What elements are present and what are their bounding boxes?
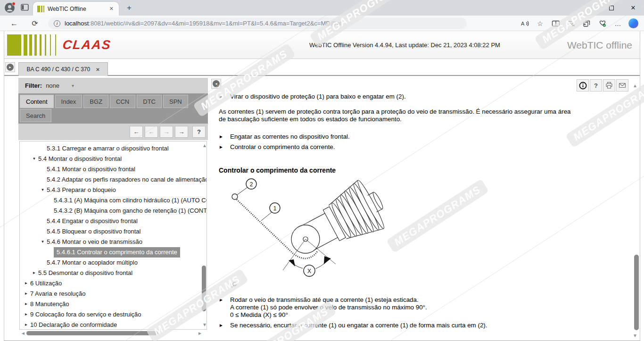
mail-button[interactable] (616, 79, 628, 91)
content-scroll-down-icon[interactable]: ▼ (633, 333, 637, 338)
help-button[interactable]: ? (590, 79, 602, 91)
tab-groups-icon[interactable] (582, 18, 592, 28)
tree-item-label[interactable]: 9 Colocação fora do serviço e destruição (30, 309, 141, 320)
sidebar-tab-bgz[interactable]: BGZ (83, 95, 108, 108)
document-tab-close-icon[interactable]: ✕ (96, 67, 99, 72)
tree-scroll-right-icon[interactable]: ► (198, 331, 202, 336)
tree-item[interactable]: ►8 Manutenção (20, 299, 206, 309)
print-button[interactable] (603, 79, 615, 91)
tree-item-label[interactable]: 5.4.4 Engatar o dispositivo frontal (47, 216, 138, 226)
tree-item-label[interactable]: 5.4.3.1 (A) Máquina com cilindro hidrául… (54, 195, 207, 206)
tree-scroll-up-icon[interactable]: ▲ (202, 143, 207, 148)
panel-expand-button[interactable]: ► (5, 62, 15, 72)
tree-item-label[interactable]: 5.4 Montar o dispositivo frontal (38, 154, 122, 164)
tree-collapse-icon[interactable]: ▼ (31, 154, 37, 164)
copilot-icon[interactable] (628, 18, 638, 28)
tree-item[interactable]: 5.4.1 Montar o dispositivo frontal (20, 164, 206, 175)
tree-item[interactable]: ▼5.4.6 Montar o veio de transmissão (20, 237, 206, 247)
read-aloud-icon[interactable]: A (520, 18, 529, 28)
tree-item[interactable]: 5.4.7 Montar o acoplador múltiplo (20, 258, 206, 268)
bullet-icon: ► (219, 93, 230, 100)
technical-figure[interactable]: 2 1 X (230, 175, 578, 288)
tree-expand-icon[interactable]: ► (31, 268, 37, 278)
sidebar-tab-index[interactable]: Index (55, 95, 83, 108)
tree-expand-icon[interactable]: ► (23, 309, 29, 320)
collections-icon[interactable] (566, 18, 576, 28)
sidebar-tab-search[interactable]: Search (20, 109, 51, 122)
tree-item[interactable]: ►6 Utilização (20, 278, 206, 289)
tree-item-label[interactable]: 8 Manutenção (30, 299, 69, 309)
address-bar[interactable]: i localhost:8081/webtic/#v&di=2097&dv=4&… (48, 17, 467, 29)
tree-item-label[interactable]: 5.4.2 Adaptar os perfis raspadores no ca… (47, 175, 207, 185)
sidebar-tab-spn[interactable]: SPN (163, 95, 188, 108)
nav-back-button[interactable]: ← (145, 126, 158, 138)
tree-item[interactable]: 5.3.1 Carregar e amarrar o dispositivo f… (20, 143, 206, 154)
tree-item[interactable]: ►9 Colocação fora do serviço e destruiçã… (20, 309, 206, 320)
browser-profile-button[interactable] (5, 3, 15, 13)
tree-item[interactable]: 5.4.4 Engatar o dispositivo frontal (20, 216, 206, 226)
tree-collapse-icon[interactable]: ▼ (40, 185, 46, 195)
document-tab[interactable]: BA C 490 / C 430 / C 370 ✕ (18, 62, 108, 76)
workspaces-icon[interactable] (21, 3, 29, 13)
tree-collapse-icon[interactable]: ▼ (40, 237, 46, 247)
panel-collapse-button[interactable]: ◄ (211, 79, 221, 89)
instruction-bullet: ►Engatar as correntes no dispositivo fro… (219, 133, 578, 141)
tree-item-label[interactable]: 7 Avaria e resolução (30, 289, 86, 299)
url-host: localhost (65, 20, 89, 27)
sidebar-tab-content[interactable]: Content (20, 95, 54, 108)
tree-item-label[interactable]: 5.4.3.2 (B) Máquina com gancho de retenç… (54, 206, 207, 216)
tree-scroll-down-icon[interactable]: ▼ (202, 322, 207, 327)
tree-item[interactable]: ▼5.4 Montar o dispositivo frontal (20, 154, 206, 164)
tree-expand-icon[interactable]: ► (23, 289, 29, 299)
tree-item[interactable]: 5.4.2 Adaptar os perfis raspadores no ca… (20, 175, 206, 185)
browser-tab[interactable]: WebTIC Offline ✕ (33, 2, 119, 16)
tree-item-label-selected[interactable]: 5.4.6.1 Controlar o comprimento da corre… (54, 247, 180, 258)
info-button[interactable] (577, 79, 589, 91)
refresh-button[interactable]: ⟳ (29, 18, 41, 29)
content-scrollbar-thumb[interactable] (634, 255, 639, 330)
site-info-icon[interactable]: i (54, 20, 60, 27)
back-button[interactable]: ← (8, 18, 20, 29)
tree-scroll-left-icon[interactable]: ◄ (21, 331, 25, 336)
tree-item[interactable]: ▼5.4.3 Preparar o bloqueio (20, 185, 206, 195)
tree-expand-icon[interactable]: ► (23, 299, 29, 309)
tree-item-label[interactable]: 10 Declaração de conformidade (30, 320, 117, 330)
favorites-star-icon[interactable]: ☆ (535, 18, 545, 28)
more-menu-icon[interactable]: … (613, 18, 623, 28)
window-restore-button[interactable] (601, 0, 622, 16)
nav-jump-forward-button[interactable]: → (175, 126, 188, 138)
filter-dropdown[interactable]: none ▾ (46, 82, 74, 89)
tree-horizontal-scrollbar-thumb[interactable] (26, 331, 158, 335)
tree-item[interactable]: 5.4.6.1 Controlar o comprimento da corre… (20, 247, 206, 258)
tree-item[interactable]: ►10 Declaração de conformidade (20, 320, 206, 330)
tree-item-label[interactable]: 5.4.1 Montar o dispositivo frontal (47, 164, 135, 175)
tree-vertical-scrollbar-thumb[interactable] (202, 266, 206, 311)
sidebar-tab-dtc[interactable]: DTC (137, 95, 162, 108)
tree-item-label[interactable]: 6 Utilização (30, 278, 62, 289)
sidebar-tab-ccn[interactable]: CCN (110, 95, 135, 108)
window-close-button[interactable]: ✕ (622, 0, 644, 16)
zoom-image-icon[interactable] (231, 282, 578, 288)
new-tab-button[interactable]: + (124, 2, 135, 14)
content-scroll-up-icon[interactable]: ▲ (633, 83, 637, 88)
tree-item[interactable]: 5.4.3.2 (B) Máquina com gancho de retenç… (20, 206, 206, 216)
tree-item[interactable]: 5.4.5 Bloquear o dispositivo frontal (20, 226, 206, 237)
nav-help-button[interactable]: ? (192, 126, 206, 138)
tree-expand-icon[interactable]: ► (23, 320, 29, 330)
browser-essentials-icon[interactable] (597, 18, 607, 28)
tree-item-label[interactable]: 5.4.3 Preparar o bloqueio (47, 185, 116, 195)
split-screen-icon[interactable] (551, 18, 561, 28)
nav-jump-back-button[interactable]: ← (130, 126, 143, 138)
tree-expand-icon[interactable]: ► (23, 278, 29, 289)
tab-close-icon[interactable]: ✕ (108, 6, 115, 12)
tree-item-label[interactable]: 5.5 Desmontar o dispositivo frontal (38, 268, 132, 278)
tree-item[interactable]: 5.4.3.1 (A) Máquina com cilindro hidrául… (20, 195, 206, 206)
nav-forward-button[interactable]: → (160, 126, 173, 138)
window-minimize-button[interactable]: – (579, 0, 601, 16)
tree-item-label[interactable]: 5.4.7 Montar o acoplador múltiplo (47, 258, 138, 268)
tree-item[interactable]: ►7 Avaria e resolução (20, 289, 206, 299)
tree-item-label[interactable]: 5.4.5 Bloquear o dispositivo frontal (47, 226, 140, 237)
tree-item-label[interactable]: 5.4.6 Montar o veio de transmissão (47, 237, 142, 247)
tree-item-label[interactable]: 5.3.1 Carregar e amarrar o dispositivo f… (47, 143, 169, 154)
tree-item[interactable]: ►5.5 Desmontar o dispositivo frontal (20, 268, 206, 278)
